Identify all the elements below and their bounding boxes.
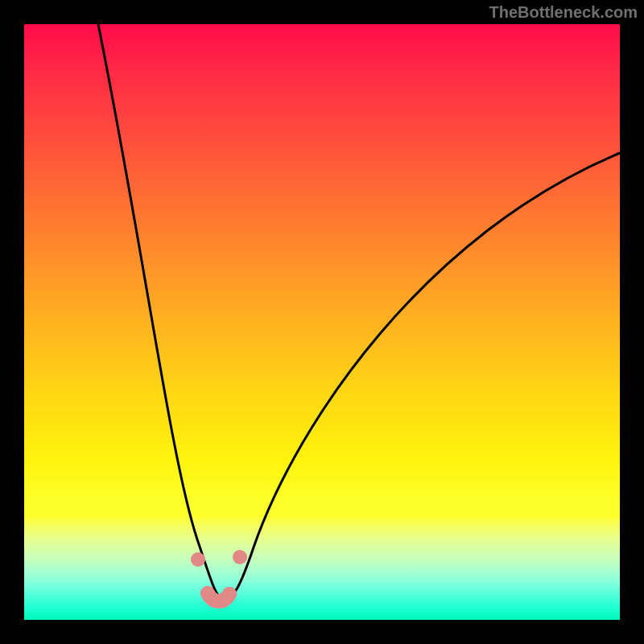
marker-dot: [200, 586, 215, 601]
plot-area: [24, 24, 620, 620]
marker-dot: [191, 552, 205, 567]
bottleneck-curve: [98, 24, 620, 599]
marker-dot: [222, 587, 237, 601]
marker-dot: [233, 550, 247, 564]
marker-dots: [191, 550, 247, 601]
watermark-text: TheBottleneck.com: [489, 3, 638, 22]
curve-layer: [24, 24, 620, 620]
